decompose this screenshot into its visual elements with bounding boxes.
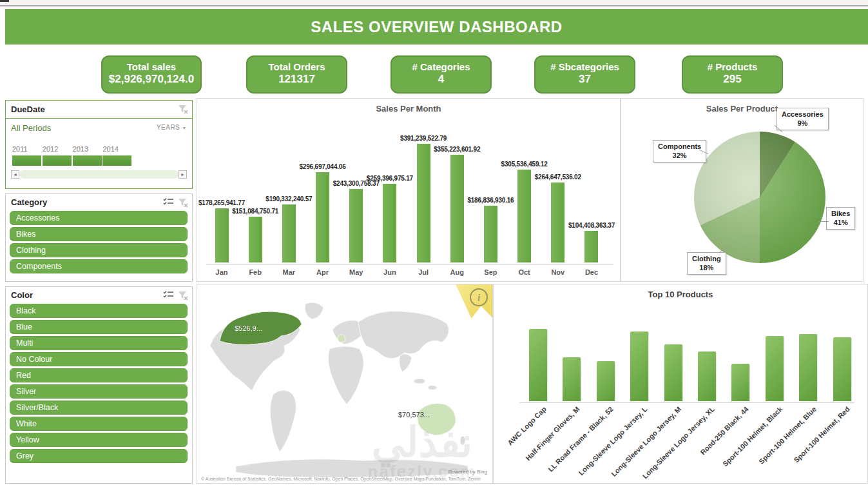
scroll-right-icon[interactable]: ► [178,170,187,179]
kpi-card--categories: # Categories4 [391,55,492,94]
month-bar-value: $151,084,750.71 [232,208,278,215]
month-bar-value: $190,332,240.57 [265,195,312,203]
timeline-scrollbar[interactable]: ◄ ► [11,170,187,179]
color-item-white[interactable]: White [10,417,188,431]
category-slicer-title: Category [11,197,47,207]
pie-callout-label: Bikes [831,209,850,218]
color-item-black[interactable]: Black [10,304,188,318]
top10-tick-label: Long-Sleeve Logo Jersey, M [610,405,682,478]
top10-bar-7 [731,364,749,401]
dashboard-banner: SALES OVERVIEW DASHBOARD [5,9,868,45]
window-top-strip [0,0,868,6]
month-bar-value: $104,408,363.37 [568,222,615,229]
kpi-card--sbcategories: # Sbcategories37 [534,55,635,94]
timeline-bar-2011[interactable] [12,155,42,166]
map-region-australia [418,403,456,435]
color-item-silver-black[interactable]: Silver/Black [10,401,188,415]
kpi-card-total-sales: Total sales$2,926,970,124.0 [101,55,202,94]
pie-callout-label: Clothing [692,254,721,263]
month-bar-value: $178,265,941.77 [198,199,245,206]
pie-callout-components: Components32% [653,140,706,163]
top10-bar-4 [630,332,648,401]
kpi-label: Total Orders [247,61,346,72]
info-icon[interactable]: i [470,288,488,306]
color-item-silver[interactable]: Silver [10,384,188,399]
category-item-bikes[interactable]: Bikes [10,227,188,241]
month-bar-nov [551,183,564,262]
color-slicer-header: Color [6,287,192,303]
timeline-bar-2014[interactable] [102,155,132,166]
color-item-grey[interactable]: Grey [10,449,188,463]
top10-bar-6 [698,351,716,401]
timeline-bar-2012[interactable] [43,155,72,166]
color-slicer: Color BlackBlueMultiNo ColourRedSilverSi… [5,286,193,484]
category-slicer-header: Category [6,194,192,210]
multi-select-icon[interactable] [163,290,174,299]
month-bar-value: $264,647,536.02 [535,173,581,181]
category-item-clothing[interactable]: Clothing [10,243,188,257]
sales-map: $526,9... $70,573... i نفذلي nafezly.com… [197,284,493,484]
top10-bar-8 [766,336,784,401]
pie-callout-percent: 9% [782,119,824,128]
timeline-bar-2013[interactable] [73,155,102,166]
kpi-label: # Categories [392,61,490,72]
sales-per-month-plot: $178,265,941.77Jan$151,084,750.71Feb$190… [197,99,620,281]
month-tick-mar: Mar [283,268,296,276]
color-item-yellow[interactable]: Yellow [10,433,188,447]
top10-tick-label: Long-Sleeve Logo Jersey, L [577,405,648,477]
color-item-red[interactable]: Red [10,368,188,382]
top10-tick-label: Sport-100 Helmet, Blue [757,405,818,466]
pie-callout-percent: 32% [658,151,701,160]
pie-callout-label: Components [658,142,701,151]
chevron-down-icon: ▼ [182,126,187,130]
category-item-components[interactable]: Components [10,259,188,273]
month-tick-aug: Aug [450,268,464,276]
month-bar-jan [215,208,229,262]
scrollbar-track[interactable] [19,170,178,179]
pie-chart [694,132,825,263]
duedate-selection-label: All Periods [11,123,51,133]
month-tick-dec: Dec [585,268,598,276]
color-item-no-colour[interactable]: No Colour [10,352,188,366]
x-axis-line [519,402,854,403]
month-tick-sep: Sep [484,268,497,276]
duedate-slicer-header: DueDate [6,101,192,119]
granularity-dropdown[interactable]: YEARS ▼ [157,124,187,131]
color-item-multi[interactable]: Multi [10,336,188,350]
timeline-year-2012: 2012 [43,145,58,153]
category-item-accessories[interactable]: Accessories [10,211,188,225]
top10-tick-label: Sport-100 Helmet, Black [721,405,784,468]
clear-filter-icon[interactable] [178,104,188,114]
sales-per-month-chart: Sales Per Month $178,265,941.77Jan$151,0… [197,98,621,282]
top10-bar-3 [597,361,615,401]
top10-tick-label: Long-Sleeve Logo Jersey, XL [641,405,716,480]
clear-filter-icon[interactable] [178,197,188,208]
month-tick-jan: Jan [216,268,228,276]
category-slicer: Category AccessoriesBikesClothingCompone… [5,193,193,282]
multi-select-icon[interactable] [163,197,174,206]
page-title: SALES OVERVIEW DASHBOARD [5,9,868,45]
top10-bar-1 [529,329,547,401]
kpi-card-total-orders: Total Orders121317 [246,55,347,94]
month-tick-may: May [349,268,363,276]
top10-bar-10 [833,337,851,401]
kpi-label: # Sbcategories [535,61,634,72]
pie-callout-accessories: Accessories9% [776,108,829,130]
world-map [197,284,492,483]
map-region-france [338,335,345,342]
kpi-value: 121317 [247,73,346,86]
callout-leader-line [818,221,829,222]
duedate-period-row: All Periods YEARS ▼ [11,122,187,134]
top10-tick-label: LL Road Frame - Black, 52 [547,405,615,473]
month-bar-value: $186,836,930.16 [467,197,514,204]
map-powered-by: Powered by Bing [448,469,487,475]
top10-products-plot: AWC Logo CapHalf-Finger Gloves, MLL Road… [494,284,867,483]
pie-callout-bikes: Bikes41% [826,207,855,230]
scroll-left-icon[interactable]: ◄ [11,170,19,179]
month-bar-value: $391,239,522.79 [400,135,447,142]
clear-filter-icon[interactable] [178,290,188,301]
pie-callout-percent: 41% [831,218,850,227]
month-bar-dec [584,231,598,262]
duedate-slicer: DueDate All Periods YEARS ▼ 201120122013… [5,100,193,189]
color-item-blue[interactable]: Blue [10,320,188,334]
